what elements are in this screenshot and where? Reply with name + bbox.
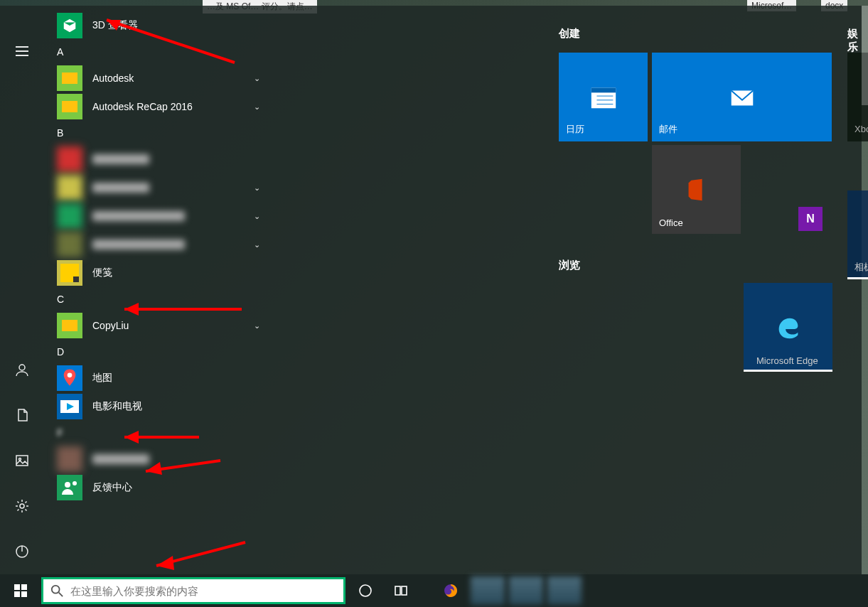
svg-point-6 bbox=[68, 373, 73, 378]
taskbar-app-firefox[interactable] bbox=[435, 574, 466, 607]
app-redacted-4[interactable]: ⌄ bbox=[44, 230, 272, 259]
chevron-down-icon: ⌄ bbox=[254, 74, 260, 83]
sticky-note-icon bbox=[57, 260, 82, 286]
person-icon bbox=[57, 475, 82, 500]
svg-point-10 bbox=[73, 481, 77, 485]
app-sticky-notes[interactable]: 便笺 bbox=[44, 259, 272, 287]
redacted-icon bbox=[57, 175, 82, 200]
redacted-label bbox=[92, 240, 185, 249]
start-rail bbox=[0, 6, 44, 574]
all-apps-list[interactable]: 3D 查看器 A Autodesk ⌄ Autodesk ReCap 2016 … bbox=[44, 6, 272, 574]
svg-rect-42 bbox=[395, 586, 400, 595]
redacted-label bbox=[92, 454, 149, 464]
letter-header-C[interactable]: C bbox=[44, 287, 272, 311]
chevron-down-icon: ⌄ bbox=[254, 183, 260, 193]
power-button[interactable] bbox=[11, 540, 33, 563]
user-account-button[interactable] bbox=[11, 358, 33, 381]
redacted-icon bbox=[57, 146, 82, 172]
tile-label: 日历 bbox=[566, 123, 584, 136]
start-tiles: 创建 娱乐 浏览 日历 邮件 Office N Xbox 控制台… 电影和电视 bbox=[272, 6, 862, 574]
taskbar-search-box[interactable] bbox=[41, 577, 345, 604]
settings-button[interactable] bbox=[11, 495, 33, 517]
taskbar-app-running-1[interactable] bbox=[471, 576, 505, 605]
redacted-icon bbox=[57, 446, 82, 472]
task-view-icon bbox=[394, 584, 408, 598]
svg-point-9 bbox=[65, 482, 70, 488]
app-redacted-5[interactable] bbox=[44, 445, 272, 473]
play-movie-icon bbox=[57, 394, 82, 419]
scrollbar-thumb[interactable] bbox=[862, 6, 868, 105]
mail-icon bbox=[727, 82, 757, 112]
svg-point-0 bbox=[19, 365, 25, 370]
app-label: CopyLiu bbox=[92, 320, 129, 331]
app-label: 3D 查看器 bbox=[92, 19, 138, 32]
gear-icon bbox=[15, 499, 29, 513]
letter-header-A[interactable]: A bbox=[44, 40, 272, 64]
cube-3d-icon bbox=[57, 13, 82, 38]
redacted-icon bbox=[57, 232, 82, 257]
folder-icon bbox=[57, 65, 82, 91]
folder-icon bbox=[57, 313, 82, 338]
expand-button[interactable] bbox=[11, 40, 33, 63]
documents-button[interactable] bbox=[11, 404, 33, 426]
taskbar-app-running-2[interactable] bbox=[509, 576, 543, 605]
svg-point-3 bbox=[20, 504, 24, 508]
tile-group-header-browse[interactable]: 浏览 bbox=[559, 259, 580, 272]
svg-point-41 bbox=[360, 585, 371, 596]
taskbar-app-running-3[interactable] bbox=[547, 576, 582, 605]
svg-point-39 bbox=[52, 586, 60, 593]
chevron-down-icon: ⌄ bbox=[254, 212, 260, 221]
letter-header-D[interactable]: D bbox=[44, 340, 272, 364]
tile-onenote[interactable]: N bbox=[789, 198, 832, 240]
folder-icon bbox=[57, 94, 82, 119]
app-folder-autodesk-recap[interactable]: Autodesk ReCap 2016 ⌄ bbox=[44, 92, 272, 121]
tile-group-header-entertainment[interactable]: 娱乐 bbox=[847, 27, 862, 54]
letter-header-B[interactable]: B bbox=[44, 121, 272, 145]
tile-edge[interactable]: Microsoft Edge bbox=[744, 283, 832, 372]
cortana-button[interactable] bbox=[350, 574, 381, 607]
svg-rect-36 bbox=[21, 584, 27, 590]
svg-rect-35 bbox=[14, 584, 20, 590]
tile-label: Microsoft Edge bbox=[756, 355, 818, 366]
tile-calendar[interactable]: 日历 bbox=[559, 53, 648, 141]
app-folder-copyliu[interactable]: CopyLiu ⌄ bbox=[44, 311, 272, 340]
svg-rect-37 bbox=[14, 591, 20, 597]
app-redacted-3[interactable]: ⌄ bbox=[44, 202, 272, 230]
tile-update-indicator bbox=[744, 370, 832, 372]
pictures-button[interactable] bbox=[11, 449, 33, 472]
svg-rect-38 bbox=[21, 591, 27, 597]
firefox-icon bbox=[444, 584, 458, 598]
windows-logo-icon bbox=[14, 584, 27, 597]
start-menu-scrollbar[interactable] bbox=[862, 6, 868, 574]
svg-rect-12 bbox=[591, 87, 615, 92]
search-input[interactable] bbox=[70, 585, 336, 597]
tile-office[interactable]: Office bbox=[652, 145, 741, 234]
start-button[interactable] bbox=[0, 574, 41, 607]
start-menu: 3D 查看器 A Autodesk ⌄ Autodesk ReCap 2016 … bbox=[0, 6, 862, 574]
letter-header-F[interactable]: F bbox=[44, 421, 272, 445]
app-movies-tv[interactable]: 电影和电视 bbox=[44, 392, 272, 421]
tile-label: 邮件 bbox=[659, 123, 677, 136]
redacted-icon bbox=[57, 203, 82, 229]
hamburger-icon bbox=[16, 50, 28, 52]
map-pin-icon bbox=[57, 365, 82, 391]
app-redacted-1[interactable] bbox=[44, 145, 272, 173]
redacted-label bbox=[92, 211, 185, 221]
app-maps[interactable]: 地图 bbox=[44, 364, 272, 392]
tile-mail[interactable]: 邮件 bbox=[652, 53, 832, 141]
cortana-icon bbox=[358, 584, 373, 598]
app-3d-viewer[interactable]: 3D 查看器 bbox=[44, 11, 272, 40]
office-icon bbox=[682, 175, 712, 205]
svg-rect-43 bbox=[402, 586, 407, 595]
tile-group-header-create[interactable]: 创建 bbox=[559, 27, 580, 41]
redacted-label bbox=[92, 154, 149, 164]
app-folder-autodesk[interactable]: Autodesk ⌄ bbox=[44, 64, 272, 92]
chevron-down-icon: ⌄ bbox=[254, 102, 260, 112]
app-feedback-hub[interactable]: 反馈中心 bbox=[44, 473, 272, 502]
svg-line-40 bbox=[59, 593, 63, 596]
task-view-button[interactable] bbox=[385, 574, 417, 607]
chevron-down-icon: ⌄ bbox=[254, 240, 260, 249]
app-redacted-2[interactable]: ⌄ bbox=[44, 173, 272, 202]
picture-icon bbox=[15, 453, 29, 468]
app-label: 电影和电视 bbox=[92, 400, 142, 413]
